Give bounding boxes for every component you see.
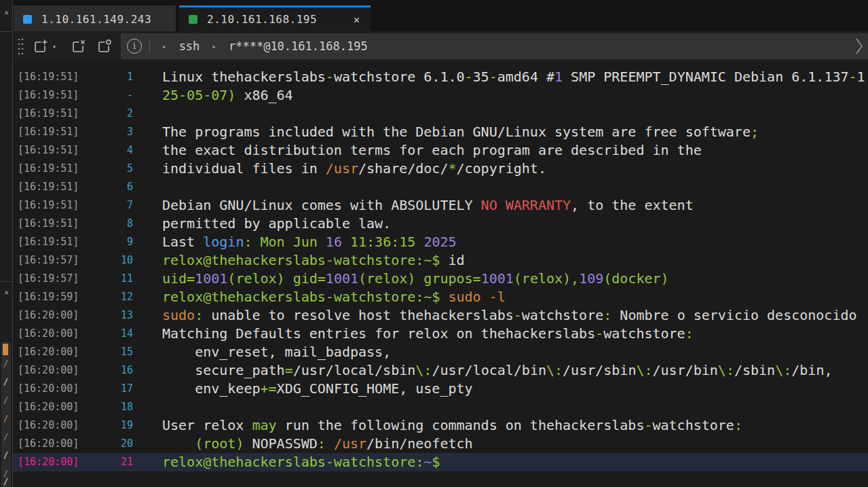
row-timestamp: [16:19:51] xyxy=(13,233,79,251)
row-text xyxy=(133,105,162,123)
row-timestamp: [16:20:00] xyxy=(13,306,79,325)
sidebar-close-icon-top[interactable]: ✕ xyxy=(0,8,13,17)
row-text: env_reset, mail_badpass, xyxy=(133,343,391,361)
close-tab-button[interactable] xyxy=(71,38,88,54)
minimap-mark: / xyxy=(3,414,8,422)
terminal-row: [16:20:00]13sudo: unable to resolve host… xyxy=(13,306,868,325)
row-line-number: 11 xyxy=(79,270,133,288)
row-text: Last login: Mon Jun 16 11:36:15 2025 xyxy=(133,233,457,251)
row-text: sudo: unable to resolve host thehackersl… xyxy=(133,306,857,325)
row-timestamp: [16:19:51] xyxy=(13,215,79,233)
row-text: Debian GNU/Linux comes with ABSOLUTELY N… xyxy=(133,196,694,215)
row-line-number: 19 xyxy=(79,416,133,435)
row-line-number: - xyxy=(79,86,133,105)
row-line-number: 18 xyxy=(79,398,133,416)
tab-close-icon[interactable]: ✕ xyxy=(352,14,361,26)
breadcrumb-protocol[interactable]: ssh xyxy=(179,39,200,53)
row-line-number: 9 xyxy=(79,233,133,251)
new-tab-button[interactable] xyxy=(33,38,50,54)
terminal-row: [16:19:51]6 xyxy=(13,178,868,196)
row-text: env_keep+=XDG_CONFIG_HOME, use_pty xyxy=(133,380,473,398)
row-line-number: 10 xyxy=(79,251,133,270)
minimap-mark: / xyxy=(3,433,8,441)
row-line-number: 15 xyxy=(79,343,133,361)
row-text: secure_path=/usr/local/sbin\:/usr/local/… xyxy=(133,361,832,380)
session-breadcrumb-panel: i ▸ ssh ▸ r****@10.161.168.195 xyxy=(121,33,868,59)
row-timestamp: [16:19:51] xyxy=(13,178,79,196)
row-line-number: 16 xyxy=(79,361,133,380)
drag-handle-icon[interactable] xyxy=(17,37,24,55)
minimap-mark: / xyxy=(3,451,8,459)
terminal-rows: [16:19:51]1Linux thehackerslabs-watchsto… xyxy=(13,68,868,471)
row-line-number: 3 xyxy=(79,123,133,141)
row-line-number: 5 xyxy=(79,160,133,178)
row-text: 25-05-07) x86_64 xyxy=(133,86,293,105)
tab-1[interactable]: 1.10.161.149.243 xyxy=(14,5,176,31)
row-line-number: 7 xyxy=(79,196,133,215)
terminal-row: [16:20:00]18 xyxy=(13,398,868,416)
sidebar-divider xyxy=(0,31,12,32)
row-line-number: 20 xyxy=(79,435,133,453)
new-tab-dropdown-caret-icon[interactable]: ▾ xyxy=(52,43,56,50)
tab-2-square-icon xyxy=(189,15,197,24)
row-timestamp: [16:19:57] xyxy=(13,270,79,288)
terminal-row: [16:20:00]15 env_reset, mail_badpass, xyxy=(13,343,868,361)
row-timestamp: [16:19:51] xyxy=(13,123,79,141)
toolbar-expand-chevron-icon[interactable] xyxy=(854,37,864,56)
tab-2[interactable]: 2.10.161.168.195 ✕ xyxy=(179,5,371,31)
row-line-number: 2 xyxy=(79,105,133,123)
tab-1-label: 1.10.161.149.243 xyxy=(41,13,151,26)
row-timestamp: [16:20:00] xyxy=(13,435,79,453)
row-text: User relox may run the following command… xyxy=(133,416,742,435)
breadcrumb-session-target[interactable]: r****@10.161.168.195 xyxy=(229,39,368,53)
minimap[interactable]: //////// xyxy=(1,342,11,487)
left-sidebar: ✕ ✕ //////// xyxy=(0,0,13,487)
row-text: The programs included with the Debian GN… xyxy=(133,123,759,141)
terminal-row: [16:20:00]16 secure_path=/usr/local/sbin… xyxy=(13,361,868,380)
row-timestamp: [16:20:00] xyxy=(13,361,79,380)
row-timestamp: [16:20:00] xyxy=(13,453,79,471)
terminal-viewport[interactable]: [16:19:51]1Linux thehackerslabs-watchsto… xyxy=(13,61,868,487)
terminal-row: [16:19:57]10relox@thehackerslabs-watchst… xyxy=(13,251,868,270)
terminal-row: [16:19:51]-25-05-07) x86_64 xyxy=(13,86,868,105)
minimap-highlight-block xyxy=(3,344,8,355)
row-timestamp: [16:20:00] xyxy=(13,380,79,398)
row-text: permitted by applicable law. xyxy=(133,215,391,233)
row-text: (root) NOPASSWD: /usr/bin/neofetch xyxy=(133,435,473,453)
row-line-number: 6 xyxy=(79,178,133,196)
row-line-number: 17 xyxy=(79,380,133,398)
row-line-number: 1 xyxy=(79,68,133,86)
terminal-row: [16:19:51]7Debian GNU/Linux comes with A… xyxy=(13,196,868,215)
clone-tab-button[interactable] xyxy=(97,38,113,54)
sidebar-close-icon-mid[interactable]: ✕ xyxy=(0,288,13,297)
row-timestamp: [16:20:00] xyxy=(13,343,79,361)
tab-1-square-icon xyxy=(23,15,32,24)
breadcrumb-arrow-icon: ▸ xyxy=(162,42,167,51)
row-timestamp: [16:19:51] xyxy=(13,141,79,160)
breadcrumb-separator xyxy=(149,39,150,53)
terminal-row: [16:19:51]9Last login: Mon Jun 16 11:36:… xyxy=(13,233,868,251)
terminal-row: [16:19:59]12relox@thehackerslabs-watchst… xyxy=(13,288,868,306)
row-line-number: 8 xyxy=(79,215,133,233)
row-text: relox@thehackerslabs-watchstore:~$ id xyxy=(133,251,465,270)
row-line-number: 14 xyxy=(79,325,133,343)
session-info-icon[interactable]: i xyxy=(127,39,142,54)
row-timestamp: [16:20:00] xyxy=(13,416,79,435)
row-text xyxy=(133,178,162,196)
row-timestamp: [16:19:57] xyxy=(13,251,79,270)
sidebar-divider xyxy=(0,281,12,282)
row-timestamp: [16:19:59] xyxy=(13,288,79,306)
row-line-number: 12 xyxy=(79,288,133,306)
breadcrumb-arrow-icon: ▸ xyxy=(212,42,216,51)
terminal-app-window: ✕ ✕ //////// 1.10.161.149.243 2.10.161.1… xyxy=(0,0,868,487)
terminal-row: [16:20:00]17 env_keep+=XDG_CONFIG_HOME, … xyxy=(13,380,868,398)
tab-bar: 1.10.161.149.243 2.10.161.168.195 ✕ xyxy=(13,0,868,31)
row-timestamp: [16:19:51] xyxy=(13,68,79,86)
row-text: Matching Defaults entries for relox on t… xyxy=(133,325,694,343)
terminal-row: [16:19:51]4the exact distribution terms … xyxy=(13,141,868,160)
terminal-row: [16:20:00]19User relox may run the follo… xyxy=(13,416,868,435)
terminal-row: [16:20:00]20 (root) NOPASSWD: /usr/bin/n… xyxy=(13,435,868,453)
minimap-mark: / xyxy=(3,359,8,367)
row-timestamp: [16:20:00] xyxy=(13,325,79,343)
row-timestamp: [16:19:51] xyxy=(13,196,79,215)
